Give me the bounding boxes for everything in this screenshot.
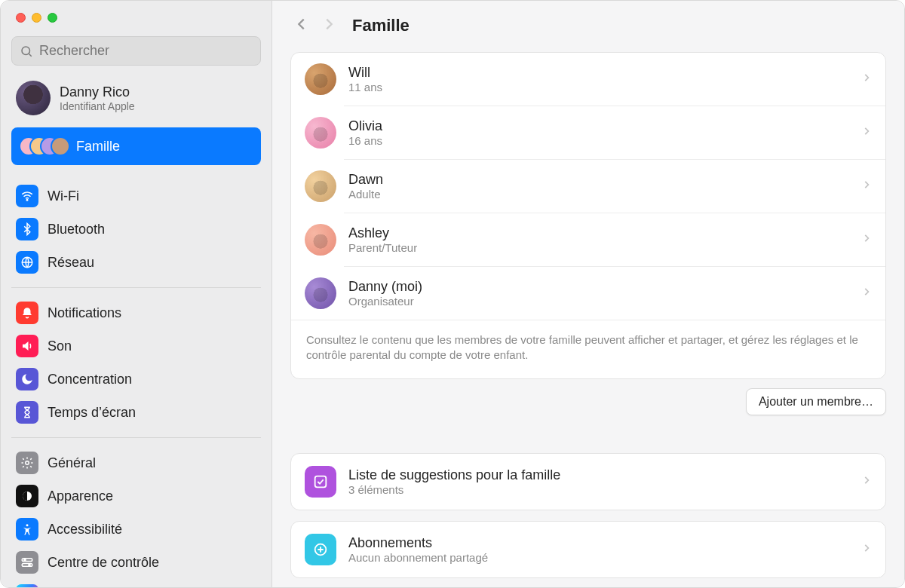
header: Famille bbox=[272, 1, 904, 46]
family-suggestions-card: Liste de suggestions pour la famille 3 é… bbox=[290, 453, 886, 510]
hourglass-icon bbox=[16, 401, 38, 424]
moon-icon bbox=[16, 368, 38, 390]
member-sub: 16 ans bbox=[348, 134, 382, 147]
sidebar-item-wifi[interactable]: Wi-Fi bbox=[11, 180, 261, 212]
family-members-card: Will 11 ans Olivia 16 ans Dawn Adult bbox=[290, 52, 886, 379]
member-avatar bbox=[305, 277, 336, 309]
sidebar-item-focus[interactable]: Concentration bbox=[11, 363, 261, 395]
accessibility-icon bbox=[16, 518, 38, 541]
appearance-icon bbox=[16, 485, 38, 507]
svg-point-2 bbox=[26, 200, 28, 201]
link-title: Liste de suggestions pour la famille bbox=[348, 467, 560, 483]
member-row[interactable]: Danny (moi) Organisateur bbox=[291, 267, 885, 320]
member-avatar bbox=[305, 224, 336, 256]
minimize-window-button[interactable] bbox=[32, 13, 41, 23]
zoom-window-button[interactable] bbox=[48, 13, 57, 23]
svg-rect-12 bbox=[315, 476, 327, 487]
member-row[interactable]: Will 11 ans bbox=[291, 53, 885, 106]
sidebar-item-apple-id[interactable]: Danny Rico Identifiant Apple bbox=[11, 76, 261, 120]
subscriptions-icon bbox=[305, 534, 336, 565]
sidebar-item-sound[interactable]: Son bbox=[11, 330, 261, 362]
sidebar: Danny Rico Identifiant Apple Famille Wi-… bbox=[1, 1, 272, 587]
member-avatar bbox=[305, 170, 336, 202]
sidebar-item-label: Apparence bbox=[48, 488, 113, 504]
bell-icon bbox=[16, 302, 38, 324]
close-window-button[interactable] bbox=[16, 13, 26, 23]
sidebar-item-notifications[interactable]: Notifications bbox=[11, 297, 261, 329]
member-name: Danny (moi) bbox=[348, 279, 422, 295]
chevron-right-icon bbox=[861, 233, 872, 247]
sidebar-item-label: Centre de contrôle bbox=[48, 555, 159, 571]
sidebar-item-network[interactable]: Réseau bbox=[11, 247, 261, 278]
sidebar-item-label: Accessibilité bbox=[48, 522, 122, 537]
sidebar-item-bluetooth[interactable]: Bluetooth bbox=[11, 213, 261, 245]
chevron-right-icon bbox=[861, 179, 872, 193]
member-sub: Organisateur bbox=[348, 295, 422, 308]
sidebar-item-label: Bluetooth bbox=[48, 222, 105, 237]
chevron-right-icon bbox=[861, 286, 872, 300]
sidebar-item-label: Wi-Fi bbox=[48, 188, 79, 204]
member-name: Dawn bbox=[348, 172, 383, 188]
add-member-button[interactable]: Ajouter un membre… bbox=[746, 388, 886, 415]
member-avatar bbox=[305, 63, 336, 95]
sidebar-item-general[interactable]: Général bbox=[11, 447, 261, 479]
member-name: Ashley bbox=[348, 225, 417, 241]
svg-point-0 bbox=[22, 47, 30, 55]
sidebar-item-screen-time[interactable]: Temps d’écran bbox=[11, 397, 261, 428]
chevron-right-icon bbox=[861, 475, 872, 488]
svg-line-1 bbox=[29, 54, 31, 56]
chevron-left-icon bbox=[293, 16, 310, 32]
sidebar-item-label: Concentration bbox=[48, 372, 132, 387]
gear-icon bbox=[16, 452, 38, 474]
network-icon bbox=[16, 251, 38, 274]
link-row-subscriptions[interactable]: Abonnements Aucun abonnement partagé bbox=[291, 522, 885, 577]
user-avatar bbox=[16, 81, 51, 115]
link-row-suggestions[interactable]: Liste de suggestions pour la famille 3 é… bbox=[291, 454, 885, 510]
chevron-right-icon bbox=[861, 126, 872, 139]
sidebar-item-label: Notifications bbox=[48, 305, 121, 321]
sidebar-item-label: Général bbox=[48, 455, 96, 471]
member-row[interactable]: Dawn Adulte bbox=[291, 160, 885, 213]
member-sub: Parent/Tuteur bbox=[348, 241, 417, 254]
link-sub: Aucun abonnement partagé bbox=[348, 551, 488, 564]
toggles-icon bbox=[16, 551, 38, 574]
sidebar-item-accessibility[interactable]: Accessibilité bbox=[11, 513, 261, 545]
bluetooth-icon bbox=[16, 218, 38, 240]
family-avatar-stack bbox=[19, 135, 67, 158]
search-input[interactable] bbox=[39, 43, 253, 59]
checklist-icon bbox=[305, 466, 336, 498]
sidebar-section: Notifications Son Concentration Temps d’… bbox=[11, 287, 261, 433]
member-row[interactable]: Olivia 16 ans bbox=[291, 106, 885, 159]
wifi-icon bbox=[16, 185, 38, 207]
svg-point-6 bbox=[26, 524, 29, 526]
sidebar-item-label: Réseau bbox=[48, 255, 94, 271]
back-button[interactable] bbox=[293, 16, 310, 35]
link-title: Abonnements bbox=[348, 535, 488, 551]
siri-icon bbox=[16, 584, 38, 587]
speaker-icon bbox=[16, 335, 38, 357]
sidebar-item-control-center[interactable]: Centre de contrôle bbox=[11, 547, 261, 578]
page-title: Famille bbox=[352, 16, 410, 35]
sidebar-item-label: Son bbox=[48, 338, 72, 354]
sidebar-item-label: Famille bbox=[76, 139, 120, 155]
main-content: Famille Will 11 ans Olivia 16 ans bbox=[272, 1, 904, 587]
sidebar-section: Général Apparence Accessibilité Centre d… bbox=[11, 437, 261, 587]
window-controls bbox=[11, 1, 261, 36]
member-avatar bbox=[305, 117, 336, 149]
sidebar-item-label: Temps d’écran bbox=[48, 405, 136, 421]
sidebar-item-appearance[interactable]: Apparence bbox=[11, 480, 261, 512]
link-sub: 3 éléments bbox=[348, 483, 560, 496]
family-subscriptions-card: Abonnements Aucun abonnement partagé bbox=[290, 521, 886, 578]
search-icon bbox=[20, 44, 33, 58]
member-row[interactable]: Ashley Parent/Tuteur bbox=[291, 213, 885, 266]
chevron-right-icon bbox=[861, 543, 872, 556]
sidebar-item-siri-spotlight[interactable]: Siri et Spotlight bbox=[11, 580, 261, 587]
chevron-right-icon bbox=[861, 72, 872, 86]
member-sub: Adulte bbox=[348, 188, 383, 201]
search-field[interactable] bbox=[11, 36, 261, 66]
sidebar-item-family[interactable]: Famille bbox=[11, 127, 261, 165]
members-note: Consultez le contenu que les membres de … bbox=[291, 320, 885, 378]
member-sub: 11 ans bbox=[348, 81, 382, 93]
member-name: Will bbox=[348, 65, 382, 81]
member-name: Olivia bbox=[348, 118, 382, 134]
